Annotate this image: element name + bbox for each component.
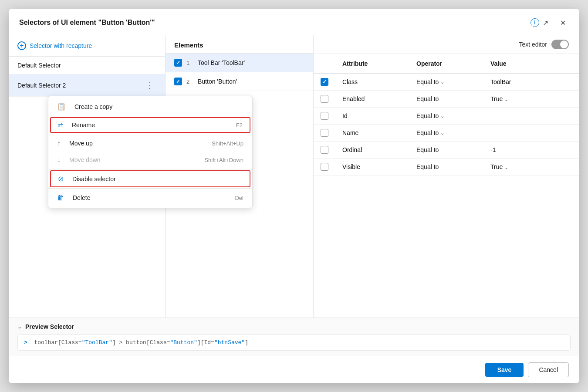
copy-icon: 📋 [57,102,66,111]
menu-shortcut-delete: Del [235,195,243,201]
add-selector-button[interactable]: + Selector with recapture [9,35,165,57]
element-name-2: Button 'Button' [198,78,237,85]
delete-icon: 🗑 [57,194,64,202]
selector-item-1[interactable]: Default Selector [9,57,165,74]
attr-col-attribute: Attribute [342,60,412,67]
save-button[interactable]: Save [485,363,524,377]
cancel-button[interactable]: Cancel [528,362,569,377]
dialog-footer: Save Cancel [9,356,579,383]
attr-row-id: Id Equal to ⌄ [314,108,579,125]
attr-col-value: Value [490,60,572,67]
selector-item-label-2: Default Selector 2 [17,82,66,89]
attr-operator-name[interactable]: Equal to ⌄ [416,129,486,136]
element-name-1: Tool Bar 'ToolBar' [198,59,245,66]
attr-name-enabled: Enabled [342,95,412,102]
menu-divider-1 [48,116,252,116]
menu-divider-2 [48,134,252,134]
attr-operator-enabled[interactable]: Equal to [416,95,486,102]
text-editor-label: Text editor [519,41,547,48]
attr-check-id[interactable] [321,112,328,120]
attr-check-name[interactable] [321,129,328,137]
menu-shortcut-move-down: Shift+Alt+Down [204,157,243,163]
attr-operator-id[interactable]: Equal to ⌄ [416,112,486,119]
attr-row-ordinal: Ordinal Equal to -1 [314,142,579,159]
attr-operator-ordinal[interactable]: Equal to [416,146,486,153]
context-menu: 📋 Create a copy ⇄ Rename F2 [48,96,253,208]
selector-item-label-1: Default Selector [17,62,61,69]
disable-icon: ⊘ [58,175,64,183]
add-selector-label: Selector with recapture [30,42,92,49]
element-item-2[interactable]: 2 Button 'Button' [166,72,313,91]
menu-divider-4 [48,188,252,189]
right-panel: Text editor Attribute Operator Value Cla… [314,35,579,318]
chevron-class: ⌄ [440,79,444,85]
menu-item-move-up[interactable]: ↑ Move up Shift+Alt+Up [48,135,252,152]
rename-icon: ⇄ [58,122,63,128]
menu-label-move-down: Move down [69,156,101,163]
attr-row-visible: Visible Equal to True ⌄ [314,159,579,176]
attr-row-class: Class Equal to ⌄ ToolBar [314,74,579,91]
info-icon[interactable]: i [531,18,539,27]
element-checkbox-2[interactable] [174,78,182,85]
attr-value-ordinal: -1 [490,146,572,153]
plus-icon: + [17,41,26,50]
menu-item-disable[interactable]: ⊘ Disable selector [50,170,250,187]
menu-label-rename: Rename [72,122,95,128]
header-actions: ↗ ✕ [539,17,569,29]
attr-operator-visible[interactable]: Equal to [416,163,486,170]
preview-header[interactable]: ⌄ Preview Selector [17,323,571,330]
chevron-name: ⌄ [440,130,444,136]
attr-check-ordinal[interactable] [321,146,328,154]
attr-value-class: ToolBar [490,78,572,85]
attr-name-visible: Visible [342,163,412,170]
text-editor-toggle[interactable] [551,40,569,49]
element-item-1[interactable]: 1 Tool Bar 'ToolBar' [166,54,313,72]
menu-item-move-down[interactable]: ↓ Move down Shift+Alt+Down [48,152,252,168]
code-arrow: > [24,339,27,346]
attr-check-visible[interactable] [321,163,328,171]
preview-section: ⌄ Preview Selector > toolbar[Class="Tool… [9,318,579,356]
menu-label-copy: Create a copy [74,103,112,110]
expand-icon[interactable]: ↗ [539,17,551,29]
element-num-1: 1 [186,60,193,66]
code-button-id: "btnSave" [214,339,245,346]
attr-check-class[interactable] [321,78,328,86]
chevron-id: ⌄ [440,113,444,119]
attributes-table: Attribute Operator Value Class Equal to … [314,54,579,318]
attr-col-operator: Operator [416,60,486,67]
code-button-class: "Button" [170,339,197,346]
dialog-body: + Selector with recapture Default Select… [9,35,579,318]
element-checkbox-1[interactable] [174,59,182,67]
menu-item-delete[interactable]: 🗑 Delete Del [48,189,252,206]
attr-name-ordinal: Ordinal [342,146,412,153]
left-panel: + Selector with recapture Default Select… [9,35,166,318]
attr-name-class: Class [342,78,412,85]
attr-operator-class[interactable]: Equal to ⌄ [416,78,486,85]
menu-label-move-up: Move up [69,140,93,147]
chevron-enabled: ⌄ [504,97,508,102]
right-panel-header: Text editor [314,35,579,54]
attr-table-header: Attribute Operator Value [314,54,579,74]
selector-item-2[interactable]: Default Selector 2 ⋮ [9,74,165,97]
menu-item-copy[interactable]: 📋 Create a copy [48,98,252,115]
context-menu-trigger[interactable]: ⋮ [143,80,156,91]
chevron-visible: ⌄ [504,165,508,170]
menu-shortcut-rename: F2 [236,122,243,128]
code-toolbar-class: "ToolBar" [82,339,112,346]
menu-divider-3 [48,169,252,169]
menu-item-rename[interactable]: ⇄ Rename F2 [50,117,250,133]
menu-shortcut-move-up: Shift+Alt+Up [212,140,243,147]
dialog: Selectors of UI element "Button 'Button'… [9,9,579,383]
attr-check-enabled[interactable] [321,95,328,103]
menu-label-disable: Disable selector [72,176,116,182]
attr-value-visible: True ⌄ [490,163,572,170]
move-up-icon: ↑ [57,139,61,147]
attr-row-name: Name Equal to ⌄ [314,125,579,142]
attr-name-name: Name [342,129,412,136]
preview-label: Preview Selector [25,323,74,330]
attr-name-id: Id [342,112,412,119]
dialog-title: Selectors of UI element "Button 'Button'… [19,19,526,27]
code-text: toolbar[Class="ToolBar"] > button[Class=… [31,339,248,346]
close-icon[interactable]: ✕ [557,17,569,29]
attr-row-enabled: Enabled Equal to True ⌄ [314,91,579,108]
